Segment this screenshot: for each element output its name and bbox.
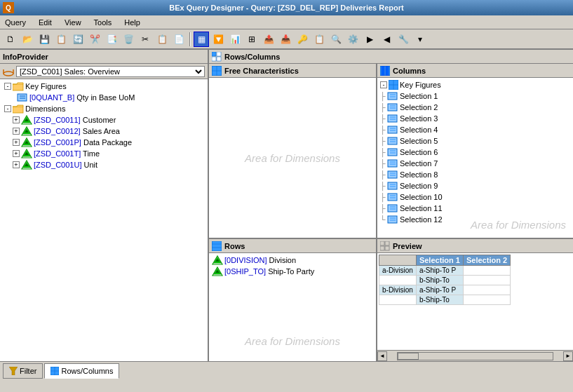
- columns-key-figures[interactable]: - Key Figures: [379, 79, 572, 90]
- tree-0quant-b[interactable]: [0QUANT_B] Qty in Base UoM: [1, 92, 206, 103]
- menu-query[interactable]: Query: [3, 18, 28, 27]
- toolbar-btn-21[interactable]: ⚙️: [345, 32, 360, 47]
- col-selection-8[interactable]: ├ Selection 8: [379, 169, 572, 180]
- tab-rows-columns[interactable]: Rows/Columns: [44, 363, 119, 379]
- toolbar-btn-20[interactable]: 🔍: [328, 32, 344, 47]
- menu-tools[interactable]: Tools: [92, 18, 114, 27]
- col-selection-11[interactable]: ├ Selection 11: [379, 203, 572, 214]
- tree-zsd-c001t[interactable]: + [ZSD_C001T] Time: [1, 148, 206, 159]
- toolbar-btn-5[interactable]: 🔄: [70, 32, 86, 47]
- tab-filter-label: Filter: [20, 367, 36, 375]
- toolbar-btn-16[interactable]: 📤: [261, 32, 276, 47]
- scroll-right-btn[interactable]: ►: [563, 351, 573, 361]
- columns-icon: [380, 66, 390, 76]
- expand-col-kf[interactable]: -: [380, 81, 387, 88]
- free-chars-icon: [212, 66, 222, 76]
- toolbar-btn-22[interactable]: ▶: [362, 32, 377, 47]
- expand-c001p[interactable]: +: [13, 139, 20, 146]
- toolbar-btn-19[interactable]: 📋: [311, 32, 327, 47]
- table-row: b-Ship-To: [379, 295, 511, 305]
- toolbar-btn-24[interactable]: 🔧: [396, 32, 411, 47]
- menu-view[interactable]: View: [62, 18, 83, 27]
- col-selection-5[interactable]: ├ Selection 5: [379, 135, 572, 147]
- toolbar-btn-9[interactable]: ✂: [137, 32, 153, 47]
- tree-zsd-c0012[interactable]: + [ZSD_C0012] Sales Area: [1, 126, 206, 137]
- sel-icon-8: [387, 170, 398, 180]
- menu-bar: Query Edit View Tools Help: [0, 15, 573, 29]
- expand-key-figures[interactable]: -: [4, 83, 11, 90]
- new-button[interactable]: 🗋: [3, 32, 18, 47]
- tree-key-figures[interactable]: - Key Figures: [1, 81, 206, 92]
- toolbar-btn-11[interactable]: 📄: [171, 32, 187, 47]
- toolbar-btn-10[interactable]: 📋: [154, 32, 170, 47]
- preview-cell-0-1: a-Ship-To P: [416, 266, 463, 276]
- toolbar-btn-18[interactable]: 🔑: [295, 32, 310, 47]
- selection-10-text: Selection 10: [400, 193, 443, 201]
- 0ship-to-name: Ship-To Party: [266, 267, 314, 276]
- sel-icon-3: [387, 114, 398, 123]
- 0division-name: Division: [267, 256, 297, 264]
- database-icon: [3, 67, 14, 76]
- tab-filter[interactable]: Filter: [3, 363, 43, 379]
- svg-rect-33: [386, 66, 389, 76]
- infoprovider-dropdown[interactable]: [ZSD_C001] Sales: Overview: [16, 66, 205, 77]
- sel-icon-2: [387, 102, 398, 112]
- rows-panel: Rows [0DIVISION] Division: [209, 239, 377, 361]
- selection-4-text: Selection 4: [400, 126, 438, 134]
- sel-icon-12: [387, 215, 398, 224]
- col-dim-placeholder: Area for Dimensions: [471, 219, 566, 231]
- col-selection-7[interactable]: ├ Selection 7: [379, 158, 572, 169]
- selection-1-text: Selection 1: [400, 92, 438, 100]
- 0quant-b-name: Qty in Base UoM: [74, 93, 135, 102]
- toolbar-btn-7[interactable]: 📑: [104, 32, 119, 47]
- toolbar-btn-25[interactable]: ▾: [412, 32, 428, 47]
- save-button[interactable]: 💾: [36, 32, 52, 47]
- selection-7-text: Selection 7: [400, 159, 438, 168]
- scrollbar-thumb[interactable]: [398, 353, 419, 360]
- scroll-left-btn[interactable]: ◄: [377, 351, 387, 361]
- toolbar-btn-14[interactable]: 📊: [227, 32, 243, 47]
- c001t-code: [ZSD_C001T]: [34, 149, 81, 158]
- expand-c0012[interactable]: +: [13, 128, 20, 135]
- tree-zsd-c001p[interactable]: + [ZSD_C001P] Data Package: [1, 137, 206, 148]
- expand-c0011[interactable]: +: [13, 116, 20, 123]
- c001p-code: [ZSD_C001P]: [34, 138, 81, 147]
- col-selection-6[interactable]: ├ Selection 6: [379, 147, 572, 158]
- col-selection-4[interactable]: ├ Selection 4: [379, 124, 572, 135]
- svg-rect-73: [212, 241, 222, 251]
- rows-columns-title: Rows/Columns: [224, 53, 280, 61]
- toolbar-btn-17[interactable]: 📥: [278, 32, 293, 47]
- tree-dimensions[interactable]: - Dimensions: [1, 103, 206, 114]
- expand-c001t[interactable]: +: [13, 150, 20, 157]
- menu-help[interactable]: Help: [122, 18, 142, 27]
- preview-scrollbar[interactable]: ◄ ►: [377, 350, 573, 361]
- toolbar-btn-13[interactable]: 🔽: [210, 32, 226, 47]
- row-0ship-to[interactable]: [0SHIP_TO] Ship-To Party: [210, 266, 375, 277]
- preview-cell-1-2: [463, 276, 510, 285]
- filter-icon: [9, 367, 18, 375]
- expand-c001u[interactable]: +: [13, 161, 20, 168]
- toolbar-btn-6[interactable]: ✂️: [87, 32, 102, 47]
- col-selection-9[interactable]: ├ Selection 9: [379, 180, 572, 191]
- open-button[interactable]: 📂: [20, 32, 35, 47]
- tree-zsd-c0011[interactable]: + [ZSD_C0011] Customer: [1, 114, 206, 126]
- toolbar-btn-23[interactable]: ◀: [379, 32, 394, 47]
- columns-header: Columns: [377, 64, 573, 78]
- toolbar-btn-8[interactable]: 🗑️: [121, 32, 136, 47]
- save-as-button[interactable]: 📋: [53, 32, 69, 47]
- tree-zsd-c001u[interactable]: + [ZSD_C001U] Unit: [1, 159, 206, 170]
- col-selection-10[interactable]: ├ Selection 10: [379, 191, 572, 203]
- toolbar-btn-15[interactable]: ⊞: [244, 32, 259, 47]
- svg-rect-85: [385, 246, 389, 250]
- col-selection-2[interactable]: ├ Selection 2: [379, 102, 572, 113]
- menu-edit[interactable]: Edit: [36, 18, 54, 27]
- scrollbar-track[interactable]: [397, 352, 553, 360]
- col-selection-3[interactable]: ├ Selection 3: [379, 113, 572, 124]
- columns-panel: Columns - Key Figures: [377, 64, 573, 238]
- expand-dimensions[interactable]: -: [4, 105, 11, 112]
- row-0division[interactable]: [0DIVISION] Division: [210, 255, 375, 266]
- col-selection-1[interactable]: ├ Selection 1: [379, 90, 572, 102]
- c001u-name: Unit: [81, 161, 97, 169]
- title-bar: Q BEx Query Designer - Query: [ZSD_DEL_R…: [0, 0, 573, 15]
- toolbar-btn-12[interactable]: ▦: [194, 32, 209, 47]
